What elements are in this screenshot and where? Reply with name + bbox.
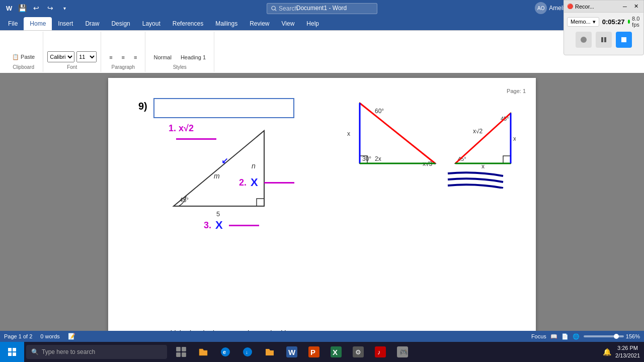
blue-box [153, 98, 294, 118]
svg-text:⚙: ⚙ [355, 348, 361, 356]
tab-draw[interactable]: Draw [79, 17, 105, 30]
tab-help[interactable]: Help [300, 17, 325, 30]
pause-button[interactable] [596, 32, 612, 48]
font-size-select[interactable]: 11 [76, 51, 97, 62]
web-layout-button[interactable]: 🌐 [573, 333, 580, 340]
task-view-button[interactable] [171, 342, 191, 362]
redo-qat-button[interactable]: ↪ [44, 2, 56, 14]
font-name-select[interactable]: Calibri [47, 51, 74, 62]
svg-text:2x: 2x [375, 155, 381, 162]
tab-layout[interactable]: Layout [136, 17, 167, 30]
svg-rect-6 [604, 37, 606, 42]
taskbar-search[interactable]: 🔍 Type here to search [26, 345, 167, 359]
styles-label: Styles [173, 64, 187, 70]
paragraph-group: ≡ ≡ ≡ Paragraph [101, 32, 145, 72]
read-mode-button[interactable]: 📖 [550, 333, 557, 340]
svg-rect-39 [176, 347, 181, 351]
powerpoint-taskbar-button[interactable]: P [304, 342, 324, 362]
print-layout-button[interactable]: 📄 [561, 333, 569, 340]
paste-button[interactable]: 📋 Paste [8, 52, 39, 62]
zoom-slider[interactable] [584, 335, 624, 337]
svg-text:30°: 30° [362, 155, 371, 162]
svg-text:↓: ↓ [246, 349, 248, 355]
svg-text:60°: 60° [375, 108, 384, 115]
svg-text:🎮: 🎮 [399, 348, 408, 356]
svg-text:5: 5 [216, 210, 220, 218]
tab-review[interactable]: Review [244, 17, 275, 30]
proof-icon: 📝 [68, 333, 75, 340]
save-qat-button[interactable]: 💾 [16, 2, 28, 14]
taskbar-right: 🔔 3:26 PM 2/13/2021 [603, 344, 644, 360]
record-button[interactable] [576, 32, 592, 48]
svg-text:x√2: x√2 [473, 128, 483, 135]
ribbon: File Home Insert Draw Design Layout Refe… [0, 16, 644, 73]
edge-browser-button[interactable]: e [215, 342, 235, 362]
file-explorer-button[interactable] [193, 342, 213, 362]
svg-point-4 [581, 37, 587, 43]
app7-button[interactable]: 🎮 [392, 342, 413, 362]
svg-text:45°: 45° [180, 197, 189, 204]
svg-rect-9 [257, 199, 264, 206]
ribbon-tabs: File Home Insert Draw Design Layout Refe… [0, 16, 644, 30]
svg-rect-7 [621, 37, 626, 42]
problem-area: 9) 1. x√2 m n [138, 98, 506, 199]
align-left-button[interactable]: ≡ [105, 52, 116, 62]
avatar: AO [535, 2, 547, 14]
tab-design[interactable]: Design [105, 17, 136, 30]
zoom-control: 156% [584, 333, 640, 339]
taskbar-time-display: 3:26 PM [615, 344, 640, 352]
svg-rect-5 [601, 37, 603, 42]
align-right-button[interactable]: ≡ [130, 52, 141, 62]
undo-qat-button[interactable]: ↩ [30, 2, 42, 14]
recording-panel: 🔴 Recor... ─ ✕ Memo... ▾ 0:05:27 8.0 fps [564, 0, 644, 55]
recording-source-dropdown[interactable]: Memo... ▾ [567, 17, 599, 27]
svg-rect-35 [8, 348, 12, 351]
recording-title-bar: 🔴 Recor... ─ ✕ [564, 1, 643, 13]
recording-close-button[interactable]: ✕ [631, 2, 640, 11]
qat-customize-button[interactable]: ▾ [58, 2, 70, 14]
problem-number: 9) [138, 101, 147, 112]
word-taskbar-button[interactable]: W [282, 342, 302, 362]
svg-rect-40 [182, 347, 186, 351]
svg-point-2 [272, 6, 275, 10]
explorer2-button[interactable] [260, 342, 280, 362]
reference-triangles-svg: 60° 30° 2x x√3 • x [345, 88, 516, 178]
word-icon: W [4, 3, 14, 13]
svg-text:m: m [214, 172, 220, 180]
zoom-level: 156% [626, 333, 640, 339]
downloads-button[interactable]: ↓ [237, 342, 258, 362]
start-button[interactable] [0, 342, 24, 362]
paragraph-label: Paragraph [111, 64, 135, 70]
tab-references[interactable]: References [167, 17, 209, 30]
normal-style-button[interactable]: Normal [149, 52, 175, 62]
search-input[interactable] [279, 5, 373, 12]
stop-button[interactable] [616, 32, 632, 48]
taskbar: 🔍 Type here to search e [0, 342, 644, 362]
styles-group: Normal Heading 1 Styles [145, 32, 214, 72]
ribbon-content: 📋 Paste Clipboard Calibri 11 Font ≡ ≡ ≡ … [0, 30, 644, 73]
recording-minimize-button[interactable]: ─ [620, 2, 629, 11]
align-center-button[interactable]: ≡ [118, 52, 129, 62]
fps-indicator [628, 20, 630, 24]
focus-button[interactable]: Focus [531, 333, 546, 339]
svg-text:e: e [223, 349, 226, 355]
tab-view[interactable]: View [276, 17, 301, 30]
tab-mailings[interactable]: Mailings [209, 17, 244, 30]
svg-line-3 [275, 10, 276, 11]
svg-line-32 [455, 113, 511, 163]
title-search-area [267, 3, 377, 14]
taskbar-clock[interactable]: 3:26 PM 2/13/2021 [615, 344, 640, 360]
svg-rect-38 [13, 352, 16, 356]
svg-text:♪: ♪ [377, 348, 381, 356]
excel-taskbar-button[interactable]: X [326, 342, 346, 362]
app6-button[interactable]: ♪ [370, 342, 390, 362]
title-bar: W 💾 ↩ ↪ ▾ AO Amelie Obas Document1 - Wor… [0, 0, 644, 16]
app5-button[interactable]: ⚙ [348, 342, 368, 362]
taskbar-notification-icon[interactable]: 🔔 [603, 348, 611, 356]
tab-home[interactable]: Home [24, 17, 52, 30]
tab-insert[interactable]: Insert [52, 17, 79, 30]
svg-text:n: n [252, 162, 256, 170]
tab-file[interactable]: File [2, 17, 24, 30]
recording-controls-row: Memo... ▾ 0:05:27 8.0 fps [567, 16, 640, 28]
heading1-style-button[interactable]: Heading 1 [177, 52, 210, 62]
